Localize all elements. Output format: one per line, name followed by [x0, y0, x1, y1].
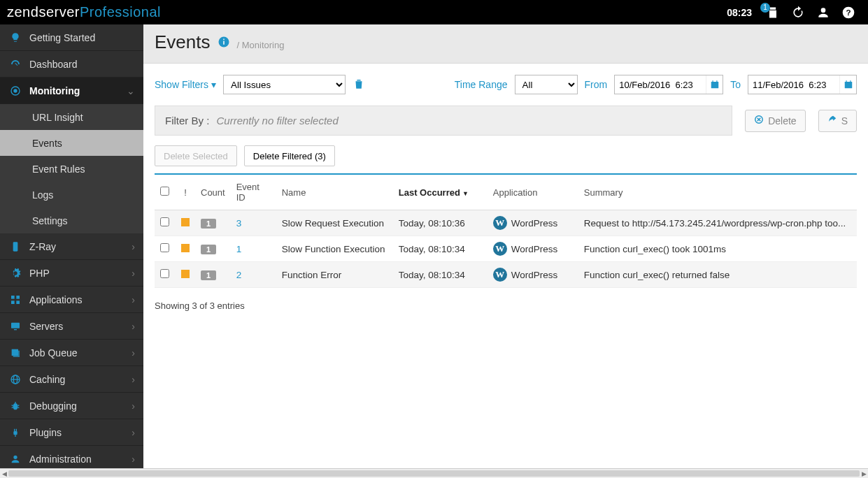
- horizontal-scrollbar[interactable]: ◀ ▶: [0, 468, 868, 478]
- gauge-icon: [8, 59, 22, 70]
- table-row[interactable]: 13Slow Request ExecutionToday, 08:10:36W…: [155, 210, 857, 236]
- sidebar-item-applications[interactable]: Applications›: [0, 287, 143, 313]
- to-date-input[interactable]: [748, 75, 839, 94]
- filter-by-label: Filter By :: [165, 115, 209, 126]
- chevron-right-icon: ›: [131, 374, 135, 385]
- from-date-input[interactable]: [615, 75, 706, 94]
- svg-rect-7: [11, 300, 15, 304]
- notifications-icon[interactable]: 1: [764, 4, 781, 21]
- application-cell: WWordPress: [493, 268, 573, 282]
- col-summary[interactable]: Summary: [578, 174, 857, 210]
- col-application[interactable]: Application: [488, 174, 578, 210]
- chevron-right-icon: ›: [131, 268, 135, 279]
- refresh-icon[interactable]: [790, 4, 806, 21]
- svg-rect-16: [13, 431, 17, 435]
- trash-icon[interactable]: [353, 78, 365, 92]
- event-id-link[interactable]: 3: [236, 218, 242, 229]
- time-range-select[interactable]: All: [515, 75, 578, 94]
- chevron-right-icon: ›: [131, 294, 135, 305]
- issues-select[interactable]: All Issues: [223, 75, 346, 94]
- sidebar-subitem-logs[interactable]: Logs: [0, 182, 143, 208]
- select-all-checkbox[interactable]: [160, 187, 169, 196]
- chevron-right-icon: ›: [131, 321, 135, 332]
- severity-indicator: [181, 244, 190, 252]
- sidebar-subitem-event-rules[interactable]: Event Rules: [0, 156, 143, 182]
- bulb-icon: [8, 32, 22, 43]
- scroll-thumb[interactable]: [8, 470, 860, 477]
- sidebar-item-jobqueue[interactable]: Job Queue›: [0, 340, 143, 366]
- time-range-label: Time Range: [455, 79, 508, 90]
- globe-icon: [8, 374, 22, 385]
- scroll-left-arrow[interactable]: ◀: [0, 469, 8, 478]
- event-id-link[interactable]: 1: [236, 244, 242, 254]
- to-date-field[interactable]: [748, 75, 857, 94]
- delete-filtered-button[interactable]: Delete Filtered (3): [244, 145, 335, 166]
- col-count[interactable]: Count: [195, 174, 231, 210]
- row-checkbox[interactable]: [160, 217, 169, 226]
- row-checkbox[interactable]: [160, 243, 169, 252]
- chevron-right-icon: ›: [131, 454, 135, 465]
- filter-summary-bar: Filter By : Currently no filter selected…: [155, 106, 857, 136]
- col-severity[interactable]: !: [176, 174, 195, 210]
- scroll-right-arrow[interactable]: ▶: [860, 469, 868, 478]
- chevron-right-icon: ›: [131, 241, 135, 252]
- calendar-icon[interactable]: [839, 75, 856, 94]
- sidebar: Getting StartedDashboardMonitoring⌄URL I…: [0, 24, 143, 468]
- from-label: From: [585, 79, 608, 90]
- topbar: zendserverProfessional 08:23 1 ?: [0, 0, 868, 24]
- svg-rect-9: [11, 322, 20, 328]
- table-row[interactable]: 12Function ErrorToday, 08:10:34WWordPres…: [155, 262, 857, 288]
- sidebar-item-getting-started[interactable]: Getting Started: [0, 24, 143, 51]
- sidebar-item-administration[interactable]: Administration›: [0, 446, 143, 468]
- entries-count: Showing 3 of 3 entries: [143, 288, 868, 324]
- help-icon[interactable]: ?: [840, 4, 857, 21]
- table-row[interactable]: 11Slow Function ExecutionToday, 08:10:34…: [155, 236, 857, 262]
- sidebar-item-monitoring[interactable]: Monitoring⌄: [0, 78, 143, 104]
- col-name[interactable]: Name: [276, 174, 393, 210]
- row-checkbox[interactable]: [160, 269, 169, 278]
- col-eventid[interactable]: Event ID: [231, 174, 276, 210]
- sidebar-subitem-settings[interactable]: Settings: [0, 208, 143, 233]
- col-last-occurred[interactable]: Last Occurred▼: [393, 174, 488, 210]
- sidebar-item-label: Dashboard: [29, 59, 135, 70]
- sidebar-item-zray[interactable]: Z-Ray›: [0, 233, 143, 260]
- sidebar-subitem-events[interactable]: Events: [0, 130, 143, 156]
- filter-info: Filter By : Currently no filter selected: [155, 106, 732, 136]
- info-icon[interactable]: [218, 36, 230, 50]
- plug-icon: [8, 427, 22, 438]
- wordpress-icon: W: [493, 242, 507, 256]
- event-id-link[interactable]: 2: [236, 270, 242, 280]
- share-button[interactable]: S: [818, 110, 857, 132]
- svg-rect-19: [223, 39, 225, 41]
- sidebar-item-label: Debugging: [29, 400, 131, 412]
- delete-selected-button[interactable]: Delete Selected: [155, 145, 237, 166]
- share-icon: [827, 115, 837, 126]
- sidebar-item-dashboard[interactable]: Dashboard: [0, 51, 143, 78]
- sidebar-subitem-url-insight[interactable]: URL Insight: [0, 104, 143, 130]
- svg-rect-5: [11, 296, 15, 299]
- sidebar-item-debugging[interactable]: Debugging›: [0, 393, 143, 419]
- svg-rect-22: [712, 80, 713, 82]
- svg-rect-4: [13, 242, 18, 251]
- monitor-icon: [8, 321, 22, 332]
- chevron-right-icon: ›: [131, 347, 135, 358]
- from-date-field[interactable]: [614, 75, 723, 94]
- svg-text:?: ?: [846, 8, 851, 17]
- user-icon[interactable]: [815, 4, 832, 21]
- user-icon: [8, 454, 22, 465]
- sidebar-item-label: PHP: [29, 268, 131, 279]
- sidebar-item-servers[interactable]: Servers›: [0, 313, 143, 340]
- calendar-icon[interactable]: [706, 75, 723, 94]
- severity-indicator: [181, 218, 190, 226]
- col-last-label: Last Occurred: [399, 187, 460, 198]
- application-name: WordPress: [511, 244, 558, 254]
- svg-point-3: [13, 89, 17, 92]
- sidebar-item-plugins[interactable]: Plugins›: [0, 419, 143, 446]
- delete-button[interactable]: Delete: [745, 110, 805, 132]
- sidebar-item-php[interactable]: PHP›: [0, 260, 143, 287]
- chevron-down-icon: ▾: [211, 79, 216, 90]
- show-filters-toggle[interactable]: Show Filters ▾: [155, 79, 216, 90]
- sidebar-item-caching[interactable]: Caching›: [0, 366, 143, 393]
- svg-rect-8: [16, 300, 20, 304]
- chevron-right-icon: ›: [131, 427, 135, 438]
